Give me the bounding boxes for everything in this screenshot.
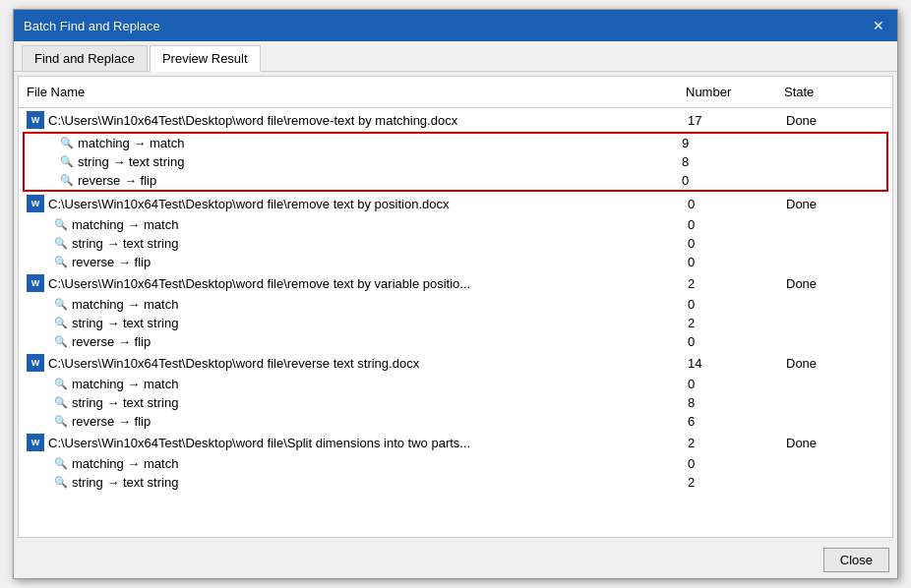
table-row: W C:\Users\Win10x64Test\Desktop\word fil… (19, 108, 892, 132)
sub-row: reverse → flip 0 (19, 253, 892, 271)
word-icon: W (27, 434, 44, 451)
search-icon (54, 237, 68, 251)
file-number: 2 (688, 276, 786, 291)
sub-row-cell: matching → match (54, 456, 688, 471)
sub-number: 8 (682, 154, 780, 169)
sub-row: matching → match 9 (25, 134, 886, 152)
sub-row-cell: string → text string (54, 316, 688, 330)
sub-row-cell: string → text string (54, 475, 688, 490)
file-name-cell: W C:\Users\Win10x64Test\Desktop\word fil… (27, 195, 688, 212)
file-path: C:\Users\Win10x64Test\Desktop\word file\… (48, 436, 470, 450)
sub-number: 2 (688, 475, 786, 490)
dialog-title: Batch Find and Replace (24, 19, 160, 33)
sub-row: string → text string 2 (19, 473, 892, 492)
replace-rule: matching → match (78, 136, 184, 150)
search-icon (54, 256, 68, 269)
sub-row: matching → match 0 (19, 215, 892, 234)
file-state: Done (786, 436, 884, 450)
sub-number: 9 (682, 136, 780, 150)
title-bar-close-button[interactable]: ✕ (870, 17, 887, 34)
table-row: W C:\Users\Win10x64Test\Desktop\word fil… (19, 431, 892, 454)
word-icon: W (27, 111, 44, 129)
sub-row: matching → match 0 (19, 375, 892, 393)
tab-bar: Find and Replace Preview Result (14, 41, 897, 72)
file-number: 2 (688, 436, 786, 450)
batch-find-replace-dialog: Batch Find and Replace ✕ Find and Replac… (13, 9, 898, 579)
sub-number: 0 (682, 173, 780, 188)
col-header-filename: File Name (19, 81, 678, 103)
tab-preview-result[interactable]: Preview Result (150, 45, 261, 72)
search-icon (60, 137, 74, 150)
table-row: W C:\Users\Win10x64Test\Desktop\word fil… (19, 271, 892, 295)
tab-content-preview: File Name Number State W C:\Users\Win10x… (14, 72, 897, 542)
sub-row-cell: string → text string (60, 154, 682, 169)
replace-rule: string → text string (78, 154, 184, 169)
file-state: Done (786, 356, 884, 371)
search-icon (54, 396, 68, 410)
sub-row-cell: matching → match (54, 217, 688, 232)
sub-row-cell: string → text string (54, 395, 688, 410)
replace-rule: reverse → flip (72, 255, 151, 269)
sub-number: 0 (688, 456, 786, 471)
tab-find-replace[interactable]: Find and Replace (22, 45, 148, 71)
highlighted-sub-group: matching → match 9 string → text string … (23, 132, 888, 192)
replace-rule: matching → match (72, 456, 178, 471)
sub-row-cell: matching → match (54, 297, 688, 312)
sub-row: reverse → flip 0 (19, 332, 892, 351)
search-icon (60, 155, 74, 169)
file-name-cell: W C:\Users\Win10x64Test\Desktop\word fil… (27, 111, 688, 129)
sub-number: 0 (688, 255, 786, 269)
sub-number: 2 (688, 316, 786, 330)
title-bar: Batch Find and Replace ✕ (14, 10, 897, 41)
sub-number: 0 (688, 217, 786, 232)
replace-rule: matching → match (72, 377, 178, 391)
file-number: 14 (688, 356, 786, 371)
sub-row-cell: matching → match (60, 136, 682, 150)
sub-row: reverse → flip 0 (25, 171, 886, 190)
replace-rule: matching → match (72, 297, 178, 312)
sub-number: 8 (688, 395, 786, 410)
file-name-cell: W C:\Users\Win10x64Test\Desktop\word fil… (27, 274, 688, 292)
file-name-cell: W C:\Users\Win10x64Test\Desktop\word fil… (27, 434, 688, 451)
sub-number: 0 (688, 297, 786, 312)
word-icon: W (27, 274, 44, 292)
sub-number: 0 (688, 236, 786, 251)
close-dialog-button[interactable]: Close (823, 548, 889, 572)
replace-rule: reverse → flip (72, 334, 151, 349)
replace-rule: matching → match (72, 217, 178, 232)
search-icon (54, 457, 68, 471)
search-icon (54, 415, 68, 429)
col-header-state: State (776, 81, 875, 103)
results-table: File Name Number State W C:\Users\Win10x… (18, 76, 893, 538)
sub-number: 6 (688, 414, 786, 429)
replace-rule: string → text string (72, 395, 178, 410)
table-row: W C:\Users\Win10x64Test\Desktop\word fil… (19, 192, 892, 215)
search-icon (54, 298, 68, 312)
col-header-number: Number (678, 81, 776, 103)
search-icon (54, 317, 68, 330)
file-number: 0 (688, 197, 786, 211)
sub-row-cell: matching → match (54, 377, 688, 391)
search-icon (54, 218, 68, 232)
bottom-bar: Close (14, 542, 897, 578)
sub-row: string → text string 0 (19, 234, 892, 253)
replace-rule: string → text string (72, 316, 178, 330)
sub-row: matching → match 0 (19, 454, 892, 473)
search-icon (54, 378, 68, 391)
sub-number: 0 (688, 334, 786, 349)
sub-row-cell: reverse → flip (54, 414, 688, 429)
sub-row: matching → match 0 (19, 295, 892, 314)
sub-row: string → text string 8 (25, 152, 886, 171)
replace-rule: string → text string (72, 475, 178, 490)
replace-rule: string → text string (72, 236, 178, 251)
file-path: C:\Users\Win10x64Test\Desktop\word file\… (48, 356, 419, 371)
sub-number: 0 (688, 377, 786, 391)
file-path: C:\Users\Win10x64Test\Desktop\word file\… (48, 113, 457, 128)
sub-row: string → text string 2 (19, 314, 892, 332)
file-number: 17 (688, 113, 786, 128)
table-row: W C:\Users\Win10x64Test\Desktop\word fil… (19, 351, 892, 375)
word-icon: W (27, 354, 44, 372)
file-path: C:\Users\Win10x64Test\Desktop\word file\… (48, 197, 450, 211)
search-icon (60, 174, 74, 188)
sub-row: reverse → flip 6 (19, 412, 892, 431)
